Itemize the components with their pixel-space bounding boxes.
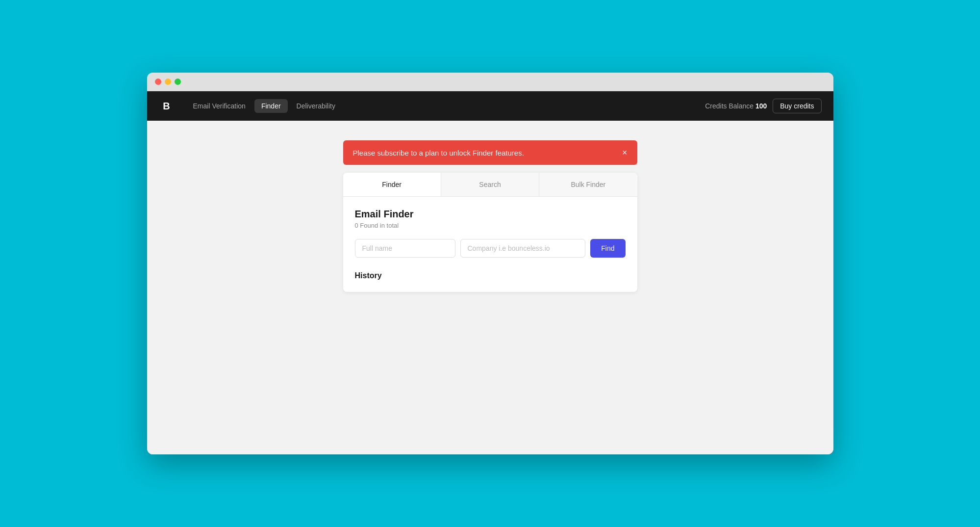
alert-banner: Please subscribe to a plan to unlock Fin… [343, 140, 637, 165]
traffic-light-green[interactable] [175, 79, 181, 85]
app-header: B Email Verification Finder Deliverabili… [147, 91, 833, 121]
finder-card: Finder Search Bulk Finder Email Finder 0… [343, 173, 637, 292]
finder-subtitle: 0 Found in total [355, 222, 626, 229]
traffic-light-red[interactable] [155, 79, 161, 85]
search-row: Find [355, 239, 626, 258]
tab-search[interactable]: Search [441, 173, 539, 196]
full-name-input[interactable] [355, 239, 455, 258]
alert-message: Please subscribe to a plan to unlock Fin… [353, 149, 524, 157]
browser-chrome [147, 73, 833, 91]
company-input[interactable] [460, 239, 586, 258]
history-title: History [355, 271, 626, 280]
tab-bulk-finder[interactable]: Bulk Finder [539, 173, 637, 196]
buy-credits-button[interactable]: Buy credits [773, 99, 821, 113]
main-nav: Email Verification Finder Deliverability [186, 99, 694, 113]
logo-text: B [163, 101, 170, 112]
card-body: Email Finder 0 Found in total Find Histo… [343, 197, 637, 292]
main-content: Please subscribe to a plan to unlock Fin… [147, 121, 833, 454]
card-tabs: Finder Search Bulk Finder [343, 173, 637, 197]
nav-email-verification[interactable]: Email Verification [186, 99, 252, 113]
browser-window: B Email Verification Finder Deliverabili… [147, 73, 833, 454]
find-button[interactable]: Find [590, 239, 625, 258]
credits-label: Credits Balance [705, 102, 754, 110]
traffic-light-yellow[interactable] [165, 79, 171, 85]
header-right: Credits Balance 100 Buy credits [705, 99, 821, 113]
app-logo: B [159, 98, 175, 114]
traffic-lights [155, 79, 181, 85]
credits-amount: 100 [755, 102, 767, 110]
alert-close-button[interactable]: × [622, 148, 628, 157]
nav-deliverability[interactable]: Deliverability [290, 99, 342, 113]
finder-title: Email Finder [355, 209, 626, 220]
tab-finder[interactable]: Finder [343, 173, 441, 196]
nav-finder[interactable]: Finder [254, 99, 288, 113]
credits-balance: Credits Balance 100 [705, 102, 767, 110]
